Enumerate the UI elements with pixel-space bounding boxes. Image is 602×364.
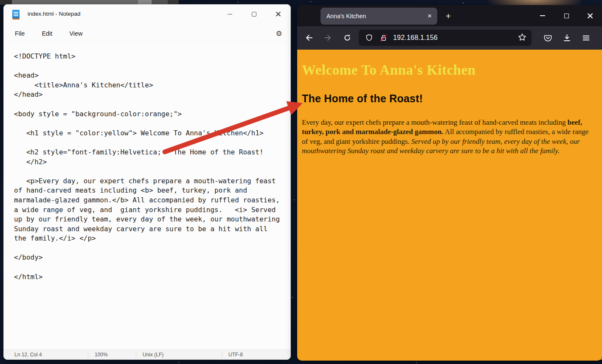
reload-icon	[343, 34, 352, 42]
notepad-statusbar: Ln 12, Col 4 100% Unix (LF) UTF-8	[4, 350, 290, 359]
wallpaper-star	[178, 362, 179, 363]
back-arrow-icon	[305, 34, 313, 42]
downloads-button[interactable]	[560, 31, 574, 45]
close-icon: ×	[428, 12, 432, 20]
browser-tab-annas-kitchen[interactable]: Anna's Kitchen ×	[321, 8, 437, 25]
paragraph-normal-text: Every day, our expert chefs prepare a mo…	[302, 118, 568, 126]
code-line: <p>Every day, our expert chefs prepare a…	[14, 176, 289, 186]
wallpaper-star	[294, 199, 295, 200]
page-paragraph: Every day, our expert chefs prepare a mo…	[302, 118, 596, 156]
wallpaper-star	[463, 3, 464, 3]
code-line: <!DOCTYPE html>	[14, 52, 289, 62]
menu-view[interactable]: View	[64, 28, 87, 39]
status-line-ending: Unix (LF)	[136, 352, 222, 358]
wallpaper-star	[293, 102, 294, 103]
minimize-icon	[228, 14, 232, 15]
minimize-button[interactable]	[531, 5, 554, 26]
close-button[interactable]: ✕	[578, 5, 602, 26]
code-line: marmalade-glazed gammon.</b> All accompa…	[14, 196, 289, 205]
code-line: Sunday roast and weekday carvery are sur…	[14, 224, 289, 234]
reload-button[interactable]	[340, 31, 354, 45]
code-line	[14, 263, 289, 272]
code-line: <h2 style="font-family:Helvetica; > The …	[14, 148, 289, 157]
code-line	[14, 62, 289, 71]
bookmark-star-button[interactable]	[518, 33, 527, 42]
code-line: </body>	[14, 253, 289, 263]
code-line	[14, 100, 289, 109]
code-line	[14, 138, 289, 148]
notepad-app-icon	[12, 10, 20, 19]
wallpaper-star	[292, 297, 293, 298]
code-line: the family.</i> </p>	[14, 234, 289, 244]
download-icon	[563, 34, 571, 42]
maximize-button[interactable]	[242, 5, 266, 24]
status-encoding: UTF-8	[222, 352, 290, 358]
rendered-page: Welcome To Anna's Kitchen The Home of th…	[297, 50, 602, 156]
code-line	[14, 167, 289, 176]
notepad-window: index.html - Notepad ✕ File Edit View ⚙ …	[3, 4, 291, 360]
desktop: { "notepad": { "window_title": "index.ht…	[0, 0, 602, 364]
notepad-titlebar[interactable]: index.html - Notepad ✕	[4, 5, 290, 24]
pocket-button[interactable]	[540, 31, 555, 45]
code-line: </head>	[14, 90, 289, 100]
wallpaper-star	[310, 1, 311, 2]
code-line: </h2>	[14, 157, 289, 167]
menu-file[interactable]: File	[10, 28, 30, 39]
forward-button[interactable]	[321, 31, 335, 45]
status-zoom-level: 100%	[88, 352, 136, 358]
code-line: a wide range of veg, and giant yorkshire…	[14, 205, 289, 215]
notepad-window-title: index.html - Notepad	[28, 11, 81, 17]
tab-close-button[interactable]: ×	[425, 11, 435, 21]
minimize-icon	[540, 15, 545, 16]
url-bar[interactable]: 192.168.1.156	[359, 30, 532, 46]
app-menu-button[interactable]	[579, 31, 593, 45]
notepad-menubar: File Edit View ⚙	[4, 24, 290, 43]
menu-edit[interactable]: Edit	[37, 28, 57, 39]
maximize-icon	[252, 12, 256, 17]
browser-toolbar: 192.168.1.156	[297, 26, 602, 50]
browser-window: Anna's Kitchen × + ✕	[297, 5, 602, 361]
wallpaper-star	[238, 2, 239, 3]
forward-arrow-icon	[324, 34, 332, 42]
tab-title: Anna's Kitchen	[326, 13, 425, 20]
page-heading-h1: Welcome To Anna's Kitchen	[302, 62, 596, 78]
code-line: <title>Anna's Kitchen</title>	[14, 81, 289, 90]
url-text: 192.168.1.156	[393, 34, 438, 42]
back-button[interactable]	[302, 31, 316, 45]
page-heading-h2: The Home of the Roast!	[302, 92, 596, 105]
code-line: <body style = "background-color:orange;"…	[14, 109, 289, 119]
star-icon	[518, 33, 527, 42]
code-line: <head>	[14, 71, 289, 81]
maximize-button[interactable]	[554, 5, 578, 26]
browser-tabbar: Anna's Kitchen × + ✕	[297, 5, 602, 26]
tracking-shield-icon[interactable]	[365, 34, 373, 42]
hamburger-menu-icon	[582, 34, 591, 42]
wallpaper-star	[416, 362, 417, 363]
code-line: </html>	[14, 272, 289, 282]
browser-viewport: Welcome To Anna's Kitchen The Home of th…	[297, 50, 602, 361]
pocket-icon	[543, 34, 552, 42]
notepad-editor[interactable]: <!DOCTYPE html> <head> <title>Anna's Kit…	[4, 43, 290, 350]
close-icon: ✕	[586, 11, 594, 20]
code-line: <h1 style = "color:yellow"> Welcome To A…	[14, 129, 289, 138]
code-line	[14, 119, 289, 129]
maximize-icon	[564, 14, 569, 18]
insecure-lock-icon[interactable]	[380, 34, 388, 42]
new-tab-button[interactable]: +	[442, 10, 455, 22]
code-line	[14, 244, 289, 253]
code-line: up by our friendly team, every day of th…	[14, 215, 289, 224]
close-icon: ✕	[275, 10, 282, 18]
close-button[interactable]: ✕	[266, 5, 290, 24]
code-line: of hand-carved meats including <b> beef,…	[14, 186, 289, 196]
status-cursor-position: Ln 12, Col 4	[4, 352, 88, 358]
settings-gear-icon[interactable]: ⚙	[273, 28, 284, 39]
minimize-button[interactable]	[218, 5, 242, 24]
